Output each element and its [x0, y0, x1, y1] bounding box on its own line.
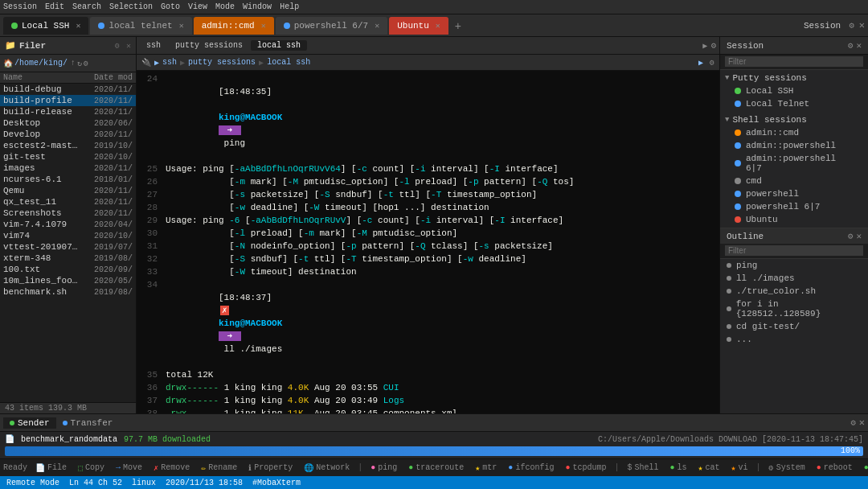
list-item[interactable]: Qemu 2020/11/ [0, 185, 136, 196]
filer-settings[interactable]: ⚙ [84, 59, 88, 68]
transfer-close[interactable]: ✕ [859, 417, 865, 429]
toolbar-shell[interactable]: $ Shell [622, 462, 663, 473]
list-item[interactable]: vim74 2020/10/ [0, 230, 136, 241]
tab-ubuntu[interactable]: Ubuntu ✕ [389, 17, 448, 35]
menu-edit[interactable]: Edit [45, 2, 64, 11]
outline-gear[interactable]: ⚙ [848, 231, 854, 241]
tab-local-telnet[interactable]: local telnet ✕ [90, 17, 191, 35]
list-item[interactable]: git-test 2020/10/ [0, 151, 136, 162]
shell-sessions-header[interactable]: ▼ Shell sessions [720, 113, 868, 126]
tab-close-ubuntu[interactable]: ✕ [436, 21, 440, 31]
menu-help[interactable]: Help [280, 2, 299, 11]
outline-filter-input[interactable] [725, 245, 863, 256]
list-item[interactable]: 100.txt 2020/09/ [0, 264, 136, 275]
outline-item-more[interactable]: ... [720, 333, 868, 346]
list-item[interactable]: build-profile 2020/11/ [0, 95, 136, 106]
toolbar-vi[interactable]: ★ vi [727, 462, 753, 474]
tab-close-local-telnet[interactable]: ✕ [179, 21, 184, 31]
list-item[interactable]: build-debug 2020/11/ [0, 84, 136, 95]
outline-item-for[interactable]: for i in {128512..128589} [720, 298, 868, 320]
transfer-gear[interactable]: ⚙ [850, 417, 856, 428]
menu-mode[interactable]: Mode [215, 2, 235, 11]
toolbar-file[interactable]: 📄 File [31, 462, 72, 474]
term-gear[interactable]: ⚙ [710, 40, 716, 51]
session-item-admin-cmd[interactable]: admin::cmd [720, 126, 868, 139]
sessions-gear[interactable]: ⚙ [848, 40, 854, 51]
menu-search[interactable]: Search [72, 2, 101, 11]
toolbar-mtr[interactable]: ★ mtr [470, 462, 502, 474]
menu-window[interactable]: Window [243, 2, 272, 11]
session-item-ubuntu[interactable]: Ubuntu [720, 213, 868, 226]
tab-close-local-ssh[interactable]: ✕ [76, 21, 80, 31]
list-item[interactable]: vttest-20190710 2019/07/ [0, 241, 136, 253]
filer-up[interactable]: ↑ [71, 59, 76, 68]
toolbar-cat[interactable]: ★ cat [694, 462, 725, 474]
tab-local-ssh[interactable]: Local SSH ✕ [3, 17, 88, 35]
menu-session[interactable]: Session [3, 2, 37, 11]
toolbar-reboot[interactable]: ● reboot [812, 462, 858, 473]
menu-goto[interactable]: Goto [161, 2, 180, 11]
list-item[interactable]: qx_test_11 2020/11/ [0, 196, 136, 208]
toolbar-remove[interactable]: ✗ Remove [149, 462, 194, 474]
list-item[interactable]: Desktop 2020/06/ [0, 117, 136, 129]
outline-item-ll[interactable]: ll ./images [720, 272, 868, 285]
session-item-powershell[interactable]: powershell [720, 187, 868, 200]
tab-ssh[interactable]: ssh [140, 40, 167, 51]
filer-refresh[interactable]: ↻ [77, 59, 82, 68]
tab-close-admin-cmd[interactable]: ✕ [261, 21, 266, 31]
session-item-powershell-67[interactable]: powershell 6|7 [720, 200, 868, 213]
breadcrumb-actions[interactable]: ⚙ [710, 58, 714, 68]
toolbar-network[interactable]: 🌐 Network [299, 462, 354, 474]
terminal-body[interactable]: 24 [18:48:35] king@MACBOOK ➜ ping 25 Usa… [137, 71, 719, 413]
toolbar-property[interactable]: ℹ Property [244, 462, 297, 474]
session-item-local-ssh[interactable]: Local SSH [720, 84, 868, 97]
outline-close[interactable]: ✕ [856, 231, 862, 241]
toolbar-move[interactable]: → Move [111, 462, 147, 473]
list-item[interactable]: ncurses-6.1 2018/01/ [0, 174, 136, 185]
outline-item-cd[interactable]: cd git-test/ [720, 320, 868, 333]
list-item[interactable]: benchmark.sh 2019/08/ [0, 286, 136, 298]
putty-sessions-header[interactable]: ▼ Putty sessions [720, 72, 868, 84]
tab-putty-sessions[interactable]: putty sessions [169, 40, 249, 51]
toolbar-system[interactable]: ⚙ System [764, 462, 810, 474]
filer-gear[interactable]: ⚙ [115, 41, 120, 51]
session-item-cmd[interactable]: cmd [720, 175, 868, 187]
toolbar-ifconfig[interactable]: ● ifconfig [503, 462, 559, 473]
list-item[interactable]: images 2020/11/ [0, 162, 136, 174]
list-item[interactable]: Develop 2020/11/ [0, 129, 136, 140]
session-item-admin-powershell[interactable]: admin::powershell [720, 139, 868, 152]
tab-admin-cmd[interactable]: admin::cmd ✕ [194, 17, 274, 35]
list-item[interactable]: xterm-348 2019/08/ [0, 253, 136, 264]
list-item[interactable]: Screenshots 2020/11/ [0, 208, 136, 219]
tab-local-ssh-term[interactable]: local ssh [251, 40, 307, 51]
breadcrumb-more[interactable]: ▶ [698, 58, 703, 68]
tab-transfer[interactable]: Transfer [56, 417, 120, 429]
toolbar-ping[interactable]: ● ping [366, 462, 402, 473]
list-item[interactable]: 10m_lines_foo... 2020/05/ [0, 275, 136, 286]
menu-selection[interactable]: Selection [109, 2, 153, 11]
sessions-filter-input[interactable] [725, 56, 863, 67]
list-item[interactable]: build-release 2020/11/ [0, 106, 136, 117]
session-item-local-telnet[interactable]: Local Telnet [720, 97, 868, 110]
menu-view[interactable]: View [188, 2, 207, 11]
toolbar-traceroute[interactable]: ● traceroute [403, 462, 469, 473]
list-item[interactable]: esctest2-master 2019/10/ [0, 140, 136, 151]
toolbar-ls[interactable]: ● ls [665, 462, 691, 473]
tab-close-powershell[interactable]: ✕ [375, 21, 379, 31]
outline-item-ping[interactable]: ping [720, 259, 868, 272]
session-panel-close[interactable]: ✕ [859, 19, 865, 31]
tab-powershell[interactable]: powershell 6/7 ✕ [276, 17, 387, 35]
outline-item-true-color[interactable]: ./true_color.sh [720, 285, 868, 298]
session-panel-gear[interactable]: ⚙ [849, 20, 854, 31]
sessions-close[interactable]: ✕ [856, 40, 862, 51]
new-tab-button[interactable]: + [450, 19, 466, 32]
list-item[interactable]: vim-7.4.1079 2020/04/ [0, 219, 136, 230]
term-more[interactable]: ▶ [702, 41, 707, 51]
tab-sender[interactable]: Sender [3, 417, 56, 429]
toolbar-tcpdump[interactable]: ● tcpdump [560, 462, 611, 473]
toolbar-crontab[interactable]: ● crontab [859, 462, 868, 473]
session-item-admin-powershell-67[interactable]: admin::powershell 6|7 [720, 152, 868, 175]
toolbar-copy[interactable]: ⬚ Copy [73, 462, 109, 474]
filer-close[interactable]: ✕ [126, 41, 131, 51]
filer-home[interactable]: 🏠 [3, 59, 13, 68]
